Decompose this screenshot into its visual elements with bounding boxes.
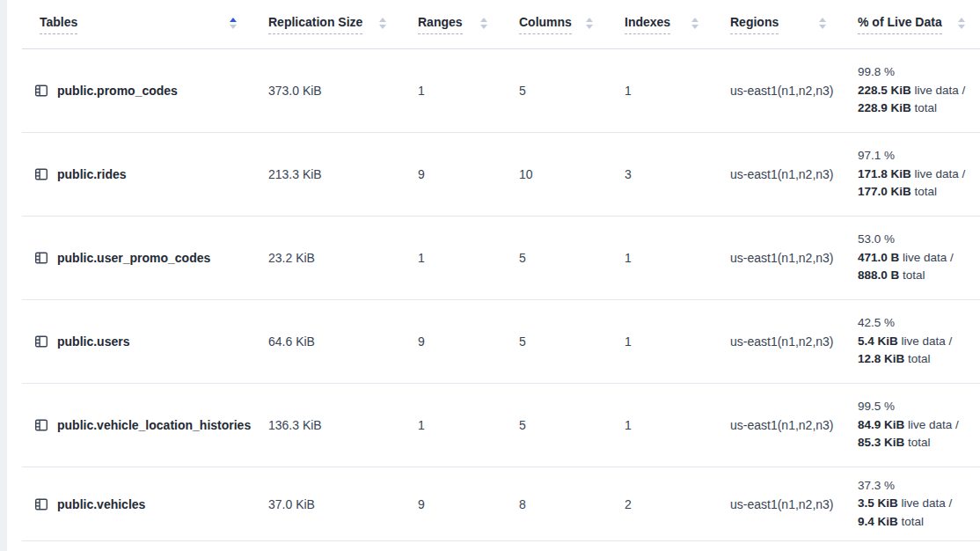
live-size-line: 3.5 KiB live data / — [858, 495, 979, 513]
sort-arrows-icon[interactable] — [230, 18, 237, 29]
column-header-ranges[interactable]: Ranges — [400, 0, 501, 48]
table-name-link[interactable]: public.user_promo_codes — [57, 251, 210, 265]
regions-cell: us-east1(n1,n2,n3) — [713, 167, 840, 181]
live-data-cell: 42.5 % 5.4 KiB live data / 12.8 KiB tota… — [840, 314, 979, 369]
column-header-regions[interactable]: Regions — [713, 0, 840, 48]
live-size-suffix: live data / — [915, 167, 966, 180]
ranges-cell: 1 — [400, 251, 501, 265]
regions-cell: us-east1(n1,n2,n3) — [713, 334, 840, 349]
table-name-cell[interactable]: public.users — [22, 334, 251, 349]
live-size-suffix: live data / — [902, 496, 953, 510]
live-data-cell: 37.3 % 3.5 KiB live data / 9.4 KiB total — [840, 477, 979, 532]
live-size-suffix: live data / — [903, 251, 954, 264]
live-percent: 37.3 % — [858, 477, 979, 496]
columns-cell: 5 — [501, 251, 607, 265]
total-size-line: 85.3 KiB total — [858, 434, 979, 452]
total-size-suffix: total — [915, 185, 938, 198]
live-size-value: 5.4 KiB — [858, 334, 898, 348]
live-percent: 99.5 % — [858, 398, 979, 416]
table-icon — [34, 167, 48, 181]
sort-arrows-icon[interactable] — [379, 18, 386, 29]
live-size-value: 228.5 KiB — [858, 84, 911, 97]
columns-cell: 10 — [501, 167, 607, 181]
replication-size-cell: 136.3 KiB — [251, 418, 400, 432]
columns-cell: 5 — [501, 84, 607, 98]
sort-up-icon — [480, 18, 487, 22]
total-size-line: 228.9 KiB total — [858, 99, 979, 118]
total-size-value: 12.8 KiB — [858, 352, 904, 365]
live-size-line: 471.0 B live data / — [858, 249, 979, 268]
total-size-value: 888.0 B — [858, 268, 899, 282]
sort-up-icon — [586, 18, 593, 22]
ranges-cell: 1 — [400, 418, 501, 432]
live-data-cell: 99.8 % 228.5 KiB live data / 228.9 KiB t… — [840, 63, 979, 118]
indexes-cell: 1 — [607, 84, 713, 98]
total-size-suffix: total — [908, 436, 931, 449]
indexes-cell: 1 — [607, 418, 713, 432]
column-header-label: % of Live Data — [858, 15, 942, 34]
columns-cell: 5 — [501, 334, 607, 349]
total-size-value: 9.4 KiB — [858, 515, 898, 528]
table-icon — [34, 251, 48, 265]
table-name-link[interactable]: public.vehicles — [57, 497, 145, 511]
column-header-columns[interactable]: Columns — [501, 0, 607, 48]
table-icon — [34, 418, 48, 432]
column-header-indexes[interactable]: Indexes — [607, 0, 713, 48]
column-header-replication-size[interactable]: Replication Size — [251, 0, 400, 48]
total-size-line: 12.8 KiB total — [858, 350, 979, 369]
table-row[interactable]: public.users 64.6 KiB 9 5 1 us-east1(n1,… — [22, 300, 980, 384]
table-icon — [34, 334, 48, 349]
sort-up-icon — [958, 18, 965, 22]
sort-arrows-icon[interactable] — [480, 18, 487, 29]
table-name-cell[interactable]: public.promo_codes — [22, 84, 251, 98]
table-name-link[interactable]: public.users — [57, 334, 129, 349]
replication-size-cell: 213.3 KiB — [251, 167, 400, 181]
replication-size-cell: 23.2 KiB — [251, 251, 400, 265]
table-name-cell[interactable]: public.user_promo_codes — [22, 251, 251, 265]
sort-up-icon — [691, 18, 698, 22]
live-size-value: 84.9 KiB — [858, 418, 904, 431]
table-name-link[interactable]: public.promo_codes — [57, 84, 178, 98]
sort-arrows-icon[interactable] — [819, 18, 826, 29]
sort-down-icon — [819, 25, 826, 29]
sort-arrows-icon[interactable] — [586, 18, 593, 29]
table-row[interactable]: public.promo_codes 373.0 KiB 1 5 1 us-ea… — [22, 49, 980, 133]
column-header-live-data[interactable]: % of Live Data — [840, 0, 979, 48]
total-size-value: 85.3 KiB — [858, 436, 904, 449]
ranges-cell: 9 — [400, 334, 501, 349]
ranges-cell: 9 — [400, 167, 501, 181]
column-header-tables[interactable]: Tables — [22, 0, 251, 48]
indexes-cell: 1 — [607, 334, 713, 349]
regions-cell: us-east1(n1,n2,n3) — [713, 497, 840, 511]
table-row[interactable]: public.rides 213.3 KiB 9 10 3 us-east1(n… — [22, 133, 980, 217]
tables-list-table: Tables Replication Size Ranges Columns I… — [7, 0, 980, 551]
sort-up-icon — [230, 18, 237, 22]
column-header-label: Regions — [730, 15, 779, 34]
table-name-link[interactable]: public.vehicle_location_histories — [57, 418, 251, 432]
table-name-cell[interactable]: public.vehicle_location_histories — [22, 418, 251, 432]
sort-up-icon — [379, 18, 386, 22]
sort-down-icon — [586, 25, 593, 29]
table-name-cell[interactable]: public.vehicles — [22, 497, 251, 511]
replication-size-cell: 37.0 KiB — [251, 497, 400, 511]
sort-arrows-icon[interactable] — [958, 18, 965, 29]
columns-cell: 5 — [501, 418, 607, 432]
ranges-cell: 1 — [400, 84, 501, 98]
sort-arrows-icon[interactable] — [691, 18, 698, 29]
table-row[interactable]: public.vehicle_location_histories 136.3 … — [22, 384, 980, 467]
table-name-link[interactable]: public.rides — [57, 167, 127, 181]
column-header-label: Columns — [519, 15, 572, 34]
column-header-label: Ranges — [418, 15, 463, 34]
live-size-suffix: live data / — [915, 84, 966, 97]
total-size-suffix: total — [902, 515, 925, 528]
total-size-suffix: total — [915, 101, 938, 114]
total-size-value: 177.0 KiB — [858, 185, 911, 198]
total-size-line: 177.0 KiB total — [858, 183, 979, 202]
table-row[interactable]: public.user_promo_codes 23.2 KiB 1 5 1 u… — [22, 217, 980, 300]
live-percent: 99.8 % — [858, 63, 979, 82]
table-icon — [34, 84, 48, 98]
table-row[interactable]: public.vehicles 37.0 KiB 9 8 2 us-east1(… — [22, 467, 980, 541]
table-icon — [34, 497, 48, 511]
table-body: public.promo_codes 373.0 KiB 1 5 1 us-ea… — [22, 49, 980, 541]
table-name-cell[interactable]: public.rides — [22, 167, 251, 181]
